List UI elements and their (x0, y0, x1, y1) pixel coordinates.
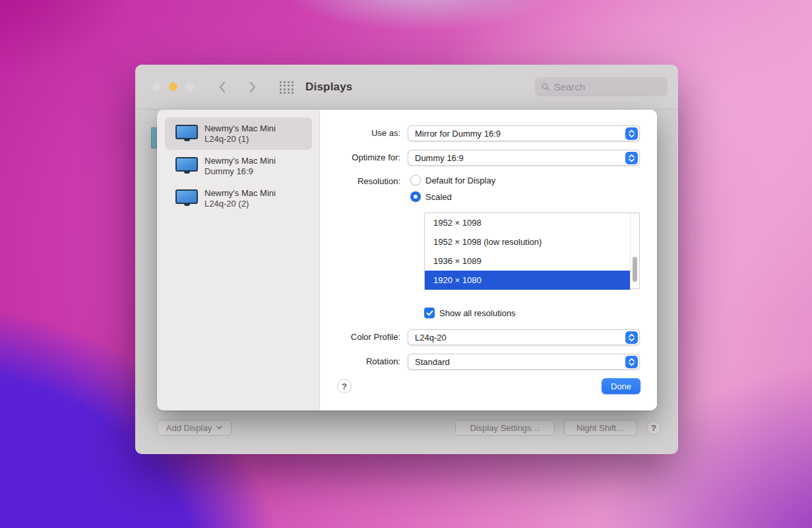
rotation-label: Rotation: (320, 356, 400, 366)
display-name: Newmy's Mac Mini (204, 188, 276, 199)
window-bottom-bar: Add Display Display Settings… Night Shif… (135, 420, 678, 436)
resolution-option[interactable]: 1952 × 1098 (low resolution) (425, 232, 630, 251)
nav-buttons (217, 79, 257, 95)
color-profile-value: L24q-20 (415, 333, 447, 343)
resolution-option-selected[interactable]: 1920 × 1080 (425, 271, 630, 290)
back-icon[interactable] (217, 81, 226, 94)
use-as-label: Use as: (320, 128, 400, 138)
monitor-icon (175, 189, 198, 207)
optimize-for-label: Optimize for: (320, 152, 400, 162)
popup-stepper-icon (625, 356, 638, 368)
sidebar-item-l24q-20-1[interactable]: Newmy's Mac Mini L24q-20 (1) (165, 117, 312, 150)
done-button[interactable]: Done (602, 378, 640, 394)
resolution-option[interactable]: 1936 × 1089 (425, 251, 630, 271)
display-settings-sheet: Newmy's Mac Mini L24q-20 (1) Newmy's Mac… (157, 110, 657, 411)
resolution-scaled-option[interactable]: Scaled (410, 191, 452, 203)
resolution-list: 1952 × 1098 1952 × 1098 (low resolution)… (424, 213, 640, 289)
display-detail: Dummy 16:9 (204, 166, 276, 177)
resolution-default-option[interactable]: Default for Display (410, 174, 495, 186)
display-name: Newmy's Mac Mini (204, 156, 276, 166)
sidebar-item-dummy-16-9[interactable]: Newmy's Mac Mini Dummy 16:9 (165, 150, 312, 182)
add-display-label: Add Display (166, 423, 212, 433)
display-name: Newmy's Mac Mini (204, 123, 276, 134)
rotation-value: Standard (415, 357, 450, 367)
displays-window: Displays Add Display Display Settings… N… (135, 65, 678, 454)
resolution-label: Resolution: (320, 176, 400, 186)
sidebar-item-l24q-20-2[interactable]: Newmy's Mac Mini L24q-20 (2) (165, 182, 312, 214)
display-detail: L24q-20 (1) (204, 134, 276, 145)
radio-on-icon (410, 191, 421, 202)
use-as-popup[interactable]: Mirror for Dummy 16:9 (408, 125, 640, 141)
traffic-lights (152, 82, 194, 91)
optimize-for-value: Dummy 16:9 (415, 153, 464, 163)
resolution-list-scrollbar[interactable] (630, 213, 639, 288)
window-title: Displays (305, 65, 353, 110)
display-settings-button[interactable]: Display Settings… (455, 420, 555, 436)
display-detail: L24q-20 (2) (204, 199, 276, 209)
optimize-for-popup[interactable]: Dummy 16:9 (408, 150, 640, 166)
search-icon (542, 82, 549, 91)
window-help-button[interactable]: ? (646, 420, 661, 435)
checkbox-checked-icon (424, 308, 435, 318)
search-input[interactable] (554, 81, 661, 92)
rotation-popup[interactable]: Standard (408, 354, 640, 370)
titlebar: Displays (135, 65, 678, 110)
popup-stepper-icon (625, 127, 638, 140)
scrollbar-thumb[interactable] (633, 257, 637, 282)
popup-stepper-icon (625, 331, 638, 344)
resolution-scaled-label: Scaled (425, 192, 452, 202)
show-all-resolutions-option[interactable]: Show all resolutions (424, 308, 516, 318)
chevron-down-icon (216, 426, 222, 430)
color-profile-label: Color Profile: (320, 332, 400, 342)
use-as-value: Mirror for Dummy 16:9 (415, 129, 501, 139)
add-display-button[interactable]: Add Display (157, 420, 232, 436)
monitor-icon (175, 125, 198, 143)
display-list-sidebar: Newmy's Mac Mini L24q-20 (1) Newmy's Mac… (157, 110, 320, 411)
show-all-grid-icon[interactable] (280, 81, 294, 94)
popup-stepper-icon (625, 152, 638, 164)
close-button[interactable] (152, 82, 161, 91)
monitor-icon (175, 157, 198, 175)
show-all-resolutions-label: Show all resolutions (439, 308, 516, 318)
resolution-default-label: Default for Display (425, 176, 495, 185)
minimize-button[interactable] (169, 82, 177, 91)
night-shift-button[interactable]: Night Shift… (564, 420, 637, 436)
radio-off-icon (410, 175, 421, 185)
search-field[interactable] (535, 77, 668, 96)
color-profile-popup[interactable]: L24q-20 (408, 329, 640, 345)
zoom-button[interactable] (185, 82, 194, 91)
sheet-help-button[interactable]: ? (337, 379, 352, 393)
display-settings-pane: Use as: Mirror for Dummy 16:9 Optimize f… (320, 110, 657, 411)
resolution-option[interactable]: 1952 × 1098 (425, 213, 630, 232)
forward-icon[interactable] (248, 81, 257, 94)
